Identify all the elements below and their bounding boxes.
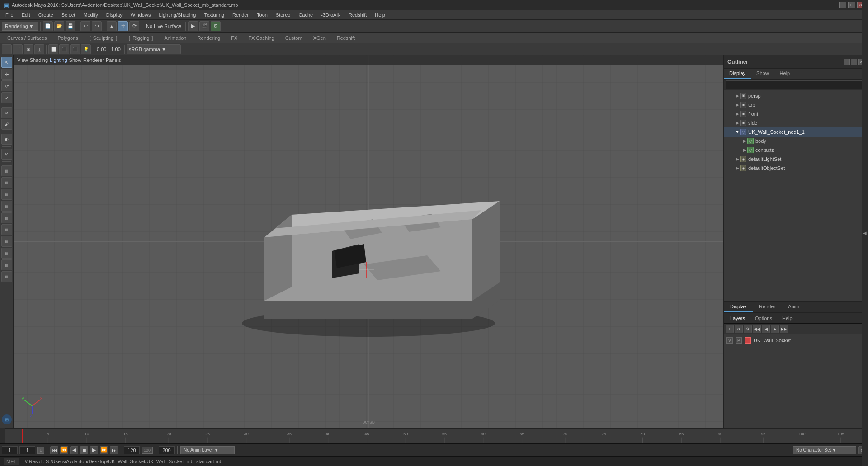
total-frames-input[interactable] [159, 446, 175, 454]
save-scene-button[interactable]: 💾 [66, 21, 75, 31]
minimize-button[interactable]: ─ [839, 2, 846, 8]
rotate-tool[interactable]: ⟳ [129, 21, 139, 31]
layer-arrow-left[interactable]: ◀◀ [753, 325, 761, 333]
layer-arrow-left2[interactable]: ◀ [762, 325, 770, 333]
tab-xgen[interactable]: XGen [308, 33, 331, 43]
tree-item-body[interactable]: ▶ ⬡ body [724, 137, 868, 146]
menu-render[interactable]: Render [229, 11, 252, 19]
mel-button[interactable]: MEL [4, 458, 19, 465]
new-scene-button[interactable]: 📄 [43, 21, 53, 31]
frame-checkbox[interactable]: 1 [37, 447, 44, 454]
select-tool[interactable]: ▲ [107, 21, 117, 31]
tab-fx[interactable]: FX [226, 33, 243, 43]
layer-visibility-p[interactable]: P [736, 337, 742, 344]
menu-edit[interactable]: Edit [18, 11, 34, 19]
end-checkbox[interactable]: 120 [142, 447, 153, 454]
menu-display[interactable]: Display [103, 11, 126, 19]
menu-create[interactable]: Create [35, 11, 57, 19]
move-tool-left[interactable]: ✛ [1, 69, 12, 80]
color-mode-dropdown[interactable]: sRGB gamma ▼ [127, 44, 181, 54]
ipr-button[interactable]: 🎬 [199, 21, 209, 31]
light-button[interactable]: 💡 [81, 44, 91, 54]
stop-button[interactable]: ⏹ [80, 446, 88, 454]
tree-item-uk-wall-socket[interactable]: ▼ ⬡ UK_Wall_Socket_nod1_1 [724, 127, 868, 137]
layer-btn-3[interactable]: ▤ [1, 189, 12, 200]
menu-texturing[interactable]: Texturing [200, 11, 228, 19]
outliner-tree[interactable]: ▶ ▣ persp ▶ ▣ top ▶ ▣ front ▶ [724, 90, 868, 301]
tab-rendering[interactable]: Rendering [192, 33, 226, 43]
hotbox-icon[interactable]: ⊞ [2, 414, 12, 424]
undo-button[interactable]: ↩ [80, 21, 90, 31]
snap-surface-button[interactable]: ◫ [34, 44, 44, 54]
menu-toon[interactable]: Toon [253, 11, 271, 19]
layer-btn-8[interactable]: ▤ [1, 248, 12, 259]
play-forward-button[interactable]: ▶ [90, 446, 98, 454]
step-forward-button[interactable]: ⏩ [100, 446, 108, 454]
rotate-tool-left[interactable]: ⟳ [1, 80, 12, 91]
tree-item-default-light-set[interactable]: ▶ ◈ defaultLightSet [724, 155, 868, 164]
step-back-button[interactable]: ⏪ [60, 446, 68, 454]
panel-collapse-button[interactable]: ◀ [862, 0, 868, 466]
menu-redshift[interactable]: Redshift [345, 11, 370, 19]
smooth-shade-button[interactable]: ⬛ [59, 44, 69, 54]
layer-btn-5[interactable]: ▤ [1, 212, 12, 223]
viewport-menu-lighting[interactable]: Lighting [50, 57, 67, 63]
char-set-dropdown[interactable]: No Character Set ▼ [793, 446, 856, 454]
subtab-help[interactable]: Help [778, 315, 797, 322]
viewport-menu-view[interactable]: View [17, 57, 28, 63]
layer-btn-2[interactable]: ▤ [1, 177, 12, 188]
outliner-tab-display[interactable]: Display [724, 69, 751, 79]
menu-stereo[interactable]: Stereo [272, 11, 294, 19]
tree-item-top[interactable]: ▶ ▣ top [724, 100, 868, 109]
subtab-layers[interactable]: Layers [726, 315, 750, 322]
tree-item-side[interactable]: ▶ ▣ side [724, 118, 868, 127]
outliner-minimize-button[interactable]: ─ [844, 59, 850, 65]
timeline-ruler[interactable]: 1 5 10 15 20 25 30 35 40 45 50 55 60 [5, 428, 867, 443]
hotbox-button[interactable]: ⊞ [2, 414, 12, 424]
tree-item-contacts[interactable]: ▶ ⬡ contacts [724, 146, 868, 155]
tab-redshift[interactable]: Redshift [331, 33, 360, 43]
layer-color-swatch[interactable] [745, 337, 751, 344]
timeline-range-start[interactable] [2, 446, 18, 454]
tab-polygons[interactable]: Polygons [52, 33, 83, 43]
anim-layer-dropdown[interactable]: No Anim Layer ▼ [180, 446, 235, 454]
layer-btn-4[interactable]: ▤ [1, 201, 12, 212]
tab-sculpting[interactable]: [ Sculpting ] [84, 33, 123, 43]
tree-item-default-object-set[interactable]: ▶ ◈ defaultObjectSet [724, 164, 868, 173]
outliner-tab-show[interactable]: Show [751, 69, 774, 79]
snap-point-button[interactable]: ◉ [24, 44, 33, 54]
maximize-button[interactable]: □ [848, 2, 855, 8]
tab-animation[interactable]: Animation [159, 33, 192, 43]
menu-3dtoall[interactable]: -3DtoAll- [317, 11, 344, 19]
soft-select[interactable]: ◐ [1, 134, 12, 145]
outliner-search-input[interactable] [726, 80, 866, 89]
new-layer-button[interactable]: + [726, 325, 734, 333]
menu-cache[interactable]: Cache [295, 11, 316, 19]
render-settings-button[interactable]: ⚙ [211, 21, 221, 31]
wireframe-button[interactable]: ⬜ [48, 44, 58, 54]
viewport-menu-renderer[interactable]: Renderer [83, 57, 104, 63]
timeline-range-end[interactable] [124, 446, 140, 454]
menu-help[interactable]: Help [371, 11, 389, 19]
layer-btn-10[interactable]: ▤ [1, 271, 12, 282]
menu-windows[interactable]: Windows [127, 11, 155, 19]
layer-btn-1[interactable]: ▤ [1, 165, 12, 176]
layer-visibility-v[interactable]: V [726, 337, 733, 344]
scale-tool-left[interactable]: ⤢ [1, 92, 12, 103]
tree-item-front[interactable]: ▶ ▣ front [724, 109, 868, 118]
outliner-float-button[interactable]: □ [851, 59, 857, 65]
layer-btn-7[interactable]: ▤ [1, 236, 12, 247]
layer-options-button[interactable]: ⚙ [744, 325, 752, 333]
rb-tab-anim[interactable]: Anim [782, 302, 806, 312]
layer-arrow-right2[interactable]: ▶▶ [780, 325, 788, 333]
viewport-menu-show[interactable]: Show [69, 57, 82, 63]
tab-custom[interactable]: Custom [280, 33, 308, 43]
viewport-menu-shading[interactable]: Shading [30, 57, 48, 63]
tree-item-persp[interactable]: ▶ ▣ persp [724, 91, 868, 100]
go-to-start-button[interactable]: ⏮ [50, 446, 58, 454]
rb-tab-display[interactable]: Display [724, 302, 753, 312]
snap-grid-button[interactable]: ⋮⋮ [2, 44, 12, 54]
layer-arrow-right[interactable]: ▶ [771, 325, 779, 333]
layer-btn-9[interactable]: ▤ [1, 259, 12, 270]
snap-curve-button[interactable]: ⌒ [13, 44, 23, 54]
